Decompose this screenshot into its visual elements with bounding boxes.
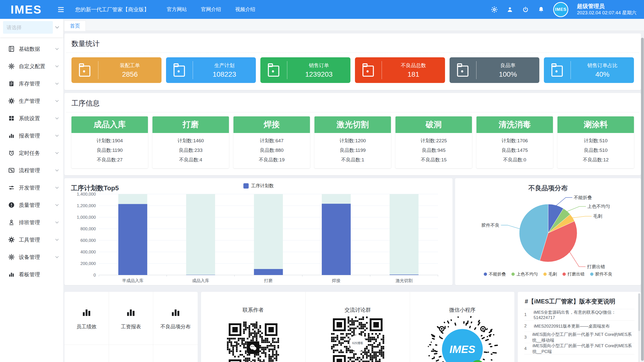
sidebar-item-质量管理[interactable]: 质量管理 bbox=[0, 196, 63, 214]
qr-title: 联系作者 bbox=[201, 306, 305, 313]
chevron-down-icon bbox=[55, 256, 59, 258]
sidebar-item-流程管理[interactable]: 流程管理 bbox=[0, 162, 63, 179]
plan-count: 计划数:1706 bbox=[476, 136, 553, 146]
stat-card-装配工单: 装配工单 2856 bbox=[71, 57, 162, 83]
report-shortcut-产量统计[interactable]: 产量统计 bbox=[153, 345, 198, 362]
sidebar-item-开发管理[interactable]: 开发管理 bbox=[0, 179, 63, 196]
changelog-index: 3 bbox=[524, 335, 532, 340]
chevron-down-icon bbox=[55, 82, 59, 85]
navbar-menu-item[interactable]: 官网介绍 bbox=[201, 6, 221, 13]
chevron-down-icon bbox=[55, 26, 59, 29]
sidebar-item-报表管理[interactable]: 报表管理 bbox=[0, 127, 63, 144]
sidebar-item-设备管理[interactable]: 设备管理 bbox=[0, 248, 63, 266]
stat-card-销售订单占比: 销售订单占比 40% bbox=[544, 57, 634, 83]
pie-legend-item[interactable]: 打磨出错 bbox=[562, 271, 585, 277]
svg-text:上色不均匀: 上色不均匀 bbox=[587, 204, 610, 209]
pie-legend-item[interactable]: 不能折叠 bbox=[484, 271, 506, 277]
changelog-title: #【iMES工厂管家】版本变更说明 bbox=[524, 292, 634, 309]
gear-solid-icon bbox=[8, 98, 15, 104]
settings-gear-icon[interactable] bbox=[491, 6, 498, 13]
report-shortcut-不良品项汇总[interactable]: 不良品项汇总 bbox=[64, 345, 109, 362]
avatar[interactable]: IMES bbox=[553, 2, 568, 17]
stat-label: 装配工单 bbox=[120, 62, 140, 69]
chevron-down-icon bbox=[55, 65, 59, 68]
svg-text:600,000: 600,000 bbox=[80, 238, 96, 243]
bar-chart-icon bbox=[81, 360, 92, 362]
navbar-right: IMES 超级管理员 2023.02.04 02:07:44 星期六 bbox=[491, 0, 636, 19]
sidebar-item-label: 开发管理 bbox=[19, 184, 55, 191]
report-shortcut-员工绩效[interactable]: 员工绩效 bbox=[64, 292, 109, 345]
changelog-row[interactable]: 2 iMES20220911版本更新——桌面端发布 bbox=[524, 321, 634, 332]
menu-select[interactable]: 请选择 bbox=[3, 21, 53, 34]
navbar-menu-item[interactable]: 官方网站 bbox=[167, 6, 187, 13]
good-count: 良品数:880 bbox=[233, 146, 310, 155]
legend-swatch bbox=[243, 183, 249, 189]
changelog-row[interactable]: 1 iMES全套源码出售，有意的联系QQ/微信：514224717 bbox=[524, 309, 634, 321]
stat-label: 生产计划 bbox=[214, 62, 234, 69]
sidebar-item-排班管理[interactable]: 排班管理 bbox=[0, 214, 63, 231]
svg-text:半成品入库: 半成品入库 bbox=[122, 278, 143, 283]
plan-count: 计划数:510 bbox=[557, 136, 634, 146]
svg-text:800,000: 800,000 bbox=[80, 227, 96, 231]
section-title: 数量统计 bbox=[64, 33, 641, 53]
user-icon[interactable] bbox=[506, 6, 513, 13]
changelog-list: 1 iMES全套源码出售，有意的联系QQ/微信：5142247172 iMES2… bbox=[524, 309, 634, 354]
process-card-涮涂料: 涮涂料 计划数:510 良品数:510 不良品数:12 bbox=[557, 116, 634, 168]
svg-text:1,200,000: 1,200,000 bbox=[77, 203, 96, 208]
chevron-down-icon bbox=[55, 169, 59, 172]
sidebar-item-基础数据[interactable]: 基础数据 bbox=[0, 40, 63, 58]
sidebar-item-生产管理[interactable]: 生产管理 bbox=[0, 92, 63, 110]
legend-label: 不能折叠 bbox=[489, 271, 506, 277]
changelog-row[interactable]: 3 iMES面向小型工厂的新一代基于.NET Core的MES系统__移动端 bbox=[524, 332, 634, 343]
bottom-row: 员工绩效 工资报表 不良品项分布 不良品项汇总 生产报表 产量统计 联系作者 扫… bbox=[64, 292, 641, 362]
report-shortcut-不良品项分布[interactable]: 不良品项分布 bbox=[153, 292, 198, 345]
sliders-icon bbox=[8, 184, 15, 191]
sidebar-item-工具管理[interactable]: 工具管理 bbox=[0, 231, 63, 248]
navbar-menu-item[interactable]: 视频介绍 bbox=[235, 6, 255, 13]
app-subtitle: 您的新一代工厂管家【商业版】 bbox=[75, 6, 149, 13]
user-info: 超级管理员 2023.02.04 02:07:44 星期六 bbox=[577, 3, 636, 16]
bar-chart-legend[interactable]: 工序计划数 bbox=[243, 183, 274, 189]
power-icon[interactable] bbox=[522, 6, 529, 13]
page-scrollbar[interactable] bbox=[641, 38, 644, 361]
content: 数量统计 装配工单 2856 生产计划 108223 销售订单 1239203 … bbox=[64, 31, 644, 362]
process-name: 破洞 bbox=[395, 116, 472, 133]
sidebar-item-定时任务[interactable]: 定时任务 bbox=[0, 144, 63, 162]
process-name: 清洗消毒 bbox=[476, 116, 553, 133]
menu-fold-icon[interactable] bbox=[57, 6, 65, 13]
person-icon bbox=[8, 219, 15, 226]
workflow-icon bbox=[8, 167, 15, 174]
sidebar-item-自定义配置[interactable]: 自定义配置 bbox=[0, 58, 63, 75]
sidebar-item-库存管理[interactable]: 库存管理 bbox=[0, 75, 63, 92]
legend-label: 打磨出错 bbox=[568, 271, 585, 277]
report-shortcut-工资报表[interactable]: 工资报表 bbox=[109, 292, 153, 345]
stat-label: 良品率 bbox=[500, 62, 515, 69]
legend-label: 胶件不良 bbox=[595, 271, 612, 277]
changelog-row[interactable]: 4 iMES面向小型工厂的新一代基于.NET Core的MES系统__PC端 bbox=[524, 343, 634, 354]
sidebar-item-label: 流程管理 bbox=[19, 167, 55, 174]
report-shortcut-生产报表[interactable]: 生产报表 bbox=[109, 345, 153, 362]
report-label: 员工绩效 bbox=[76, 323, 97, 330]
process-name: 激光切割 bbox=[314, 116, 391, 133]
qq-group-qr-code: 625博客 bbox=[331, 316, 384, 362]
process-name: 焊接 bbox=[233, 116, 310, 133]
clipboard-icon bbox=[8, 80, 15, 87]
svg-text:1,000,000: 1,000,000 bbox=[77, 215, 96, 220]
sidebar-select-wrap: 请选择 bbox=[0, 19, 63, 37]
process-card-破洞: 破洞 计划数:2225 良品数:945 不良品数:15 bbox=[395, 116, 472, 168]
pie-legend-item[interactable]: 上色不均匀 bbox=[511, 271, 538, 277]
changelog-scrollbar-thumb[interactable] bbox=[638, 293, 640, 331]
bell-icon[interactable] bbox=[538, 6, 545, 13]
chevron-down-icon bbox=[55, 187, 59, 189]
user-name: 超级管理员 bbox=[577, 3, 636, 10]
chevron-down-icon bbox=[55, 221, 59, 224]
tab-home[interactable]: 首页 bbox=[64, 21, 86, 31]
sidebar-item-系统设置[interactable]: 系统设置 bbox=[0, 110, 63, 127]
bad-count: 不良品数:1 bbox=[314, 155, 391, 165]
pie-legend-item[interactable]: 毛刺 bbox=[543, 271, 557, 277]
gear-outline-icon bbox=[8, 254, 15, 260]
sidebar-item-看板管理[interactable]: 看板管理 bbox=[0, 266, 63, 283]
sidebar-item-label: 工具管理 bbox=[19, 236, 55, 243]
svg-text:IMES: IMES bbox=[449, 343, 475, 355]
pie-legend-item[interactable]: 胶件不良 bbox=[590, 271, 612, 277]
